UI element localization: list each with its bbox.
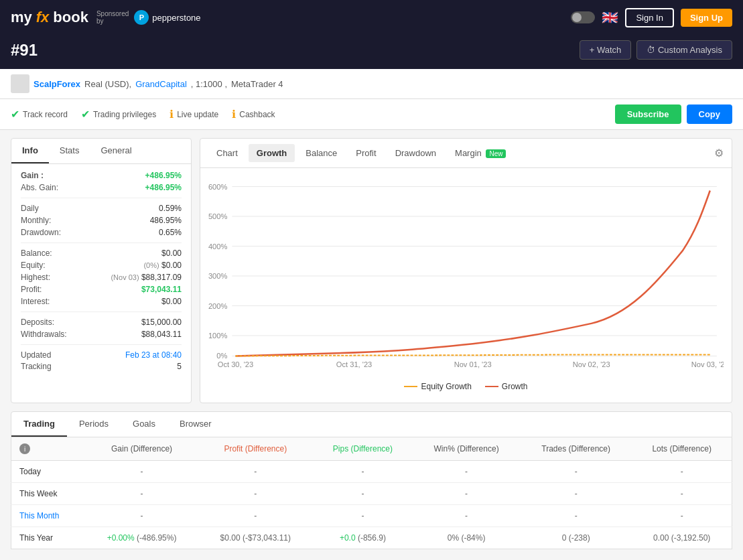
- divider-4: [21, 344, 182, 345]
- gain-label: Gain :: [21, 171, 44, 180]
- pips-week: -: [313, 483, 413, 505]
- daily-row: Daily 0.59%: [21, 204, 182, 213]
- signin-button[interactable]: Sign In: [625, 8, 673, 27]
- bottom-tab-goals[interactable]: Goals: [121, 412, 167, 437]
- win-today: -: [413, 461, 520, 483]
- profit-week: -: [198, 483, 313, 505]
- period-year: This Year: [11, 527, 86, 549]
- signup-button[interactable]: Sign Up: [681, 9, 732, 27]
- bottom-tabs: Trading Periods Goals Browser: [11, 411, 732, 437]
- daily-label: Daily: [21, 204, 39, 213]
- svg-text:Nov 02, '23: Nov 02, '23: [573, 360, 610, 368]
- pepperstone-logo: P: [134, 10, 149, 25]
- table-row: This Month - - - - - -: [11, 505, 732, 527]
- trading-privileges-label: Trading privileges: [93, 110, 156, 119]
- chart-tab-drawdown[interactable]: Drawdown: [387, 144, 444, 162]
- th-pips: Pips (Difference): [313, 437, 413, 461]
- chart-tab-balance[interactable]: Balance: [297, 144, 345, 162]
- track-record-label: Track record: [23, 110, 68, 119]
- logo-my: my: [11, 9, 32, 26]
- subscribe-button[interactable]: Subscribe: [615, 104, 681, 124]
- trading-table: i Gain (Difference) Profit (Difference) …: [11, 437, 732, 549]
- interest-row: Interest: $0.00: [21, 297, 182, 306]
- withdrawals-row: Withdrawals: $88,043.11: [21, 330, 182, 339]
- th-trades: Trades (Difference): [520, 437, 632, 461]
- broker-link[interactable]: GrandCapital: [135, 79, 187, 89]
- sponsored-by: by: [96, 17, 104, 25]
- chart-tab-growth[interactable]: Growth: [249, 144, 295, 162]
- svg-text:100%: 100%: [208, 332, 227, 340]
- period-month: This Month: [11, 505, 86, 527]
- lots-year: 0.00 (-3,192.50): [632, 527, 732, 549]
- legend-equity-growth: Equity Growth: [404, 382, 471, 391]
- table-row: Today - - - - - -: [11, 461, 732, 483]
- growth-chart: .grid-line { stroke: #e8e8e8; stroke-wid…: [208, 173, 724, 374]
- trades-year: 0 (-238): [520, 527, 632, 549]
- svg-text:500%: 500%: [208, 212, 227, 220]
- track-record-check-icon: ✔: [11, 108, 19, 121]
- bottom-tab-trading[interactable]: Trading: [11, 412, 67, 437]
- svg-text:Nov 03, '23: Nov 03, '23: [691, 360, 724, 368]
- logo-fx: fx: [36, 9, 50, 26]
- svg-text:0%: 0%: [216, 352, 227, 360]
- monthly-value: 486.95%: [150, 216, 182, 225]
- live-update-warn-icon: ℹ: [170, 108, 174, 121]
- th-win: Win% (Difference): [413, 437, 520, 461]
- bottom-tab-periods[interactable]: Periods: [67, 412, 121, 437]
- chart-tab-margin[interactable]: Margin New: [447, 144, 514, 162]
- withdrawals-label: Withdrawals:: [21, 330, 67, 339]
- highest-prefix: (Nov 03): [111, 273, 139, 281]
- balance-row: Balance: $0.00: [21, 249, 182, 258]
- chart-tab-chart[interactable]: Chart: [208, 144, 246, 162]
- updated-label: Updated: [21, 350, 51, 360]
- th-period: i: [11, 437, 86, 461]
- account-type: Real (USD),: [84, 79, 131, 89]
- lots-today: -: [632, 461, 732, 483]
- updated-value: Feb 23 at 08:40: [125, 350, 182, 360]
- abs-gain-row: Abs. Gain: +486.95%: [21, 183, 182, 192]
- language-flag[interactable]: 🇬🇧: [602, 9, 618, 25]
- svg-text:600%: 600%: [208, 183, 227, 191]
- table-body: Today - - - - - - This Week - - - - - - …: [11, 461, 732, 549]
- legend-growth: Growth: [485, 382, 528, 391]
- table-row: This Year +0.00% (-486.95%) $0.00 (-$73,…: [11, 527, 732, 549]
- withdrawals-value: $88,043.11: [141, 330, 182, 339]
- legend-growth-line: [485, 386, 498, 387]
- info-icon: i: [19, 443, 30, 454]
- equity-row: Equity: (0%) $0.00: [21, 261, 182, 270]
- th-profit: Profit (Difference): [198, 437, 313, 461]
- divider-1: [21, 198, 182, 198]
- gain-month: -: [85, 505, 198, 527]
- watch-button[interactable]: + Watch: [580, 40, 632, 60]
- svg-text:Oct 31, '23: Oct 31, '23: [336, 360, 372, 368]
- profit-year: $0.00 (-$73,043.11): [198, 527, 313, 549]
- period-today: Today: [11, 461, 86, 483]
- theme-toggle[interactable]: [571, 11, 595, 23]
- bottom-tab-browser[interactable]: Browser: [167, 412, 224, 437]
- tab-stats[interactable]: Stats: [49, 139, 90, 163]
- header: myfxbook Sponsored by P pepperstone 🇬🇧 S…: [0, 0, 743, 35]
- profit-row: Profit: $73,043.11: [21, 285, 182, 294]
- tab-general[interactable]: General: [90, 139, 142, 163]
- account-name-link[interactable]: ScalpForex: [33, 79, 80, 89]
- copy-button[interactable]: Copy: [687, 104, 733, 124]
- tracking-value: 5: [177, 362, 182, 371]
- drawdown-row: Drawdown: 0.65%: [21, 228, 182, 237]
- left-panel-tabs: Info Stats General: [11, 139, 191, 164]
- chart-options-icon[interactable]: ⚙: [714, 147, 724, 159]
- trades-today: -: [520, 461, 632, 483]
- svg-text:Nov 01, '23: Nov 01, '23: [454, 360, 492, 368]
- bottom-section: Trading Periods Goals Browser i Gain (Di…: [0, 411, 743, 560]
- tab-info[interactable]: Info: [11, 139, 49, 163]
- chart-tab-profit[interactable]: Profit: [348, 144, 384, 162]
- gain-today: -: [85, 461, 198, 483]
- cashback-badge: ℹ Cashback: [232, 108, 275, 121]
- custom-analysis-button[interactable]: ⏱ Custom Analysis: [636, 40, 732, 60]
- chart-tabs: Chart Growth Balance Profit Drawdown Mar…: [200, 139, 732, 168]
- lots-month: -: [632, 505, 732, 527]
- monthly-row: Monthly: 486.95%: [21, 216, 182, 225]
- gain-value: +486.95%: [145, 171, 182, 180]
- balance-label: Balance:: [21, 249, 52, 258]
- margin-new-badge: New: [486, 149, 506, 158]
- info-panel-body: Gain : +486.95% Abs. Gain: +486.95% Dail…: [11, 164, 191, 380]
